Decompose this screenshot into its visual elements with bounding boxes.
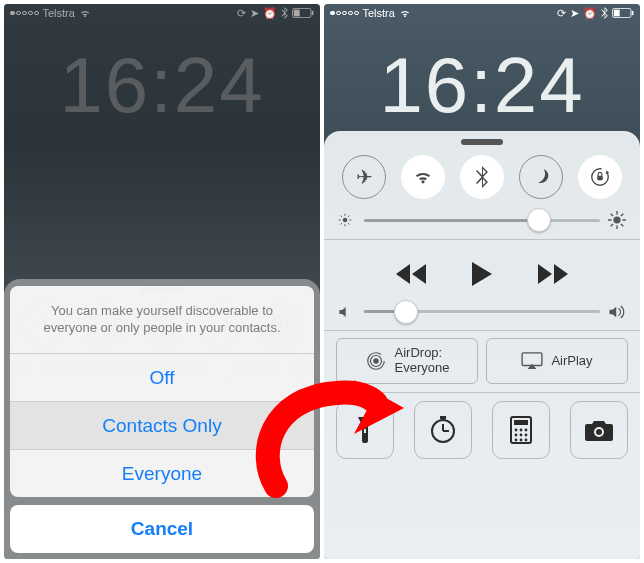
battery-status-icon — [292, 8, 314, 18]
svg-point-54 — [515, 428, 518, 431]
svg-line-39 — [611, 214, 613, 216]
svg-point-61 — [520, 438, 523, 441]
svg-point-43 — [373, 358, 379, 364]
svg-point-58 — [520, 433, 523, 436]
svg-line-40 — [621, 224, 623, 226]
rotation-lock-toggle[interactable] — [578, 155, 622, 199]
media-controls — [336, 262, 628, 290]
battery-status-icon — [612, 8, 634, 18]
carrier-label: Telstra — [363, 7, 395, 19]
carrier-label: Telstra — [43, 7, 75, 19]
svg-point-56 — [525, 428, 528, 431]
svg-line-30 — [340, 215, 341, 216]
rotation-lock-status-icon: ⟳ — [237, 7, 246, 20]
airdrop-action-sheet: You can make yourself discoverable to ev… — [10, 286, 314, 553]
brightness-high-icon — [608, 211, 626, 229]
volume-low-icon — [338, 305, 356, 319]
shortcuts-row — [336, 401, 628, 459]
svg-line-41 — [611, 224, 613, 226]
divider — [324, 392, 640, 393]
calculator-icon — [510, 416, 532, 444]
airdrop-airplay-row: AirDrop:Everyone AirPlay — [336, 338, 628, 384]
airdrop-button[interactable]: AirDrop:Everyone — [336, 338, 478, 384]
forward-button[interactable] — [538, 264, 568, 288]
divider — [324, 330, 640, 331]
svg-point-64 — [596, 429, 602, 435]
airdrop-option-everyone[interactable]: Everyone — [10, 449, 314, 497]
divider — [324, 239, 640, 240]
wifi-icon — [413, 169, 433, 185]
svg-point-62 — [525, 438, 528, 441]
toggle-row: ✈︎ — [342, 155, 622, 199]
action-sheet-group: You can make yourself discoverable to ev… — [10, 286, 314, 497]
phone-left: 16:24 ✈︎ Telstra ⟳ ➤ ⏰ — [4, 4, 320, 559]
camera-icon — [584, 419, 614, 441]
airdrop-label: AirDrop:Everyone — [395, 346, 450, 376]
airdrop-option-contacts-only[interactable]: Contacts Only — [10, 401, 314, 449]
svg-point-25 — [343, 218, 347, 222]
phone-right: 16:24 ✈︎ — [324, 4, 640, 559]
flashlight-button[interactable] — [336, 401, 394, 459]
wifi-status-icon — [79, 9, 91, 18]
svg-point-34 — [613, 216, 620, 223]
svg-point-60 — [515, 438, 518, 441]
flashlight-icon — [356, 415, 374, 445]
bluetooth-status-icon — [281, 7, 288, 19]
svg-rect-66 — [632, 11, 634, 15]
bluetooth-icon — [476, 166, 488, 188]
location-status-icon: ➤ — [570, 7, 579, 20]
bluetooth-status-icon — [601, 7, 608, 19]
svg-rect-47 — [364, 429, 366, 433]
airplane-icon: ✈︎ — [356, 165, 373, 189]
brightness-slider-row — [338, 211, 626, 229]
calculator-button[interactable] — [492, 401, 550, 459]
bluetooth-toggle[interactable] — [460, 155, 504, 199]
volume-slider-row — [338, 304, 626, 320]
wifi-toggle[interactable] — [401, 155, 445, 199]
grabber-handle[interactable] — [461, 139, 503, 145]
svg-rect-24 — [597, 176, 603, 181]
rotation-lock-status-icon: ⟳ — [557, 7, 566, 20]
svg-line-42 — [621, 214, 623, 216]
camera-button[interactable] — [570, 401, 628, 459]
dnd-toggle[interactable] — [519, 155, 563, 199]
svg-point-59 — [525, 433, 528, 436]
svg-rect-67 — [614, 10, 620, 17]
timer-icon — [428, 415, 458, 445]
airdrop-icon — [365, 350, 387, 372]
lockscreen-clock: 16:24 — [324, 40, 640, 131]
brightness-slider[interactable] — [364, 219, 600, 222]
svg-rect-53 — [514, 420, 528, 425]
control-center-panel: ✈︎ — [324, 131, 640, 559]
airdrop-option-off[interactable]: Off — [10, 353, 314, 401]
moon-icon — [532, 168, 550, 186]
volume-slider[interactable] — [364, 310, 600, 313]
signal-dots — [330, 11, 359, 16]
svg-point-57 — [515, 433, 518, 436]
alarm-status-icon: ⏰ — [263, 7, 277, 20]
airplay-icon — [521, 352, 543, 370]
brightness-low-icon — [338, 213, 356, 227]
rotation-lock-icon — [589, 166, 611, 188]
svg-rect-22 — [294, 10, 300, 17]
airplay-button[interactable]: AirPlay — [486, 338, 628, 384]
airplane-mode-toggle[interactable]: ✈︎ — [342, 155, 386, 199]
svg-point-55 — [520, 428, 523, 431]
play-button[interactable] — [472, 262, 492, 290]
timer-button[interactable] — [414, 401, 472, 459]
alarm-status-icon: ⏰ — [583, 7, 597, 20]
svg-line-32 — [340, 223, 341, 224]
svg-line-31 — [348, 223, 349, 224]
svg-rect-46 — [523, 353, 543, 366]
location-status-icon: ➤ — [250, 7, 259, 20]
status-bar: Telstra ⟳ ➤ ⏰ — [4, 4, 320, 22]
action-sheet-message: You can make yourself discoverable to ev… — [10, 286, 314, 353]
action-sheet-cancel[interactable]: Cancel — [10, 505, 314, 553]
wifi-status-icon — [399, 9, 411, 18]
status-bar: Telstra ⟳ ➤ ⏰ — [324, 4, 640, 22]
signal-dots — [10, 11, 39, 16]
rewind-button[interactable] — [396, 264, 426, 288]
svg-rect-21 — [312, 11, 314, 15]
airplay-label: AirPlay — [551, 354, 592, 369]
svg-rect-51 — [440, 416, 446, 419]
